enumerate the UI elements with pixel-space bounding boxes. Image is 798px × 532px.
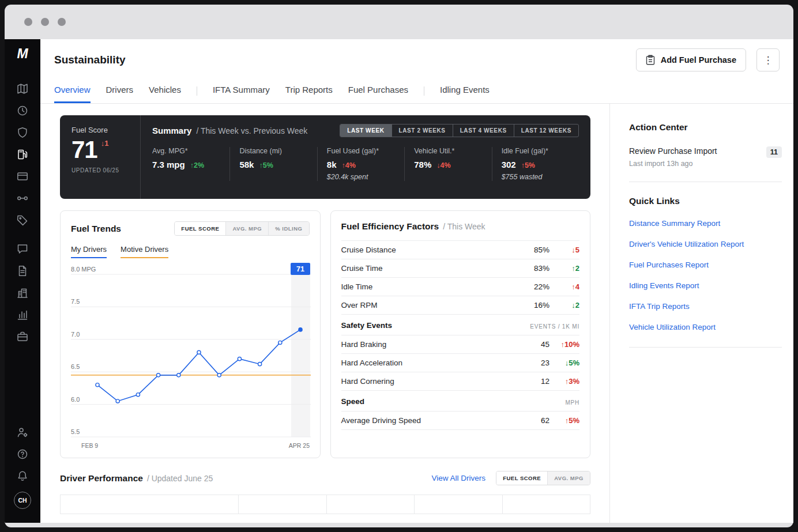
date-range-toggle: LAST WEEK LAST 2 WEEKS LAST 4 WEEKS LAST… (340, 124, 579, 137)
tag-icon[interactable] (12, 209, 33, 231)
table-header-cell (238, 495, 327, 514)
quick-link-distance-summary[interactable]: Distance Summary Report (629, 219, 782, 228)
tab-vehicles[interactable]: Vehicles (149, 78, 181, 103)
safety-unit-label: EVENTS / 1K MI (530, 323, 579, 330)
fuel-icon[interactable] (12, 144, 33, 165)
fuel-score-delta: ↓1 (101, 139, 109, 148)
clock-icon[interactable] (12, 100, 33, 122)
quick-link-ifta-trip-reports[interactable]: IFTA Trip Reports (629, 302, 782, 311)
fuel-score-label: Fuel Score (71, 126, 140, 134)
map-icon[interactable] (12, 78, 33, 100)
driver-performance-table (60, 495, 590, 514)
summary-card: Fuel Score 71 ↓1 UPDATED 06/25 Summary /… (60, 115, 590, 199)
fuel-efficiency-card: Fuel Efficiency Factors / This Week Crui… (330, 210, 591, 458)
table-header-cell (502, 495, 591, 514)
table-header-cell (326, 495, 415, 514)
tab-idling-events[interactable]: Idling Events (440, 78, 490, 103)
efficiency-title: Fuel Efficiency Factors (341, 221, 439, 232)
add-fuel-purchase-button[interactable]: Add Fuel Purchase (636, 48, 746, 71)
sidebar-nav (12, 78, 33, 348)
driver-performance-section: Driver Performance / Updated June 25 Vie… (60, 471, 590, 514)
svg-text:FEB 9: FEB 9 (81, 442, 98, 449)
main-content: Fuel Score 71 ↓1 UPDATED 06/25 Summary /… (40, 104, 609, 523)
quick-link-vehicle-utilization[interactable]: Vehicle Utilization Report (629, 323, 782, 331)
safety-row: Hard Braking 45 ↑10% (341, 335, 580, 354)
page-header: Sustainability Add Fuel Purchase ⋮ (40, 41, 793, 78)
metric-sub: $20.4k spent (327, 173, 404, 181)
tab-fuel-purchases[interactable]: Fuel Purchases (348, 78, 408, 103)
range-last-week[interactable]: LAST WEEK (340, 124, 391, 137)
action-count-badge: 11 (766, 146, 782, 158)
safety-events-header: Safety Events EVENTS / 1K MI (341, 321, 580, 335)
metric-delta: ↑5% (521, 161, 535, 169)
chat-icon[interactable] (12, 238, 33, 260)
metric-delta: ↑5% (259, 161, 273, 169)
apps-icon[interactable] (12, 326, 33, 348)
sidebar: M CH (5, 39, 40, 523)
tab-ifta-summary[interactable]: IFTA Summary (213, 78, 270, 103)
integrations-icon[interactable] (12, 187, 33, 209)
metric-idle-fuel: Idle Fuel (gal)* 302 ↑5% $755 wasted (492, 147, 579, 181)
card-icon[interactable] (12, 165, 33, 187)
more-menu-button[interactable]: ⋮ (756, 48, 780, 71)
action-center-item[interactable]: Review Purchase Import Last import 13h a… (629, 146, 782, 168)
range-last-2-weeks[interactable]: LAST 2 WEEKS (392, 124, 453, 137)
shield-icon[interactable] (12, 122, 33, 144)
chart-legend: My Drivers Motive Drivers (71, 245, 310, 258)
efficiency-row: Cruise Time 83% ↑2 (341, 259, 580, 278)
view-all-drivers-link[interactable]: View All Drivers (432, 474, 486, 482)
tab-overview[interactable]: Overview (54, 78, 91, 103)
driver-performance-subtitle: / Updated June 25 (147, 474, 213, 483)
legend-motive-drivers[interactable]: Motive Drivers (121, 245, 168, 258)
action-item-title: Review Purchase Import (629, 146, 717, 156)
avatar[interactable]: CH (14, 492, 31, 509)
fuel-trends-toggle: FUEL SCORE AVG. MPG % IDLING (174, 221, 309, 236)
toggle-avg-mpg[interactable]: AVG. MPG (225, 222, 268, 235)
safety-row: Hard Acceleration 23 ↓5% (341, 354, 580, 372)
help-icon[interactable] (12, 443, 33, 465)
speed-header: Speed MPH (341, 397, 580, 412)
document-icon[interactable] (12, 260, 33, 282)
admin-icon[interactable] (12, 421, 33, 443)
metric-delta: ↓4% (436, 161, 450, 169)
window-zoom-button[interactable] (58, 18, 66, 26)
sidebar-bottom: CH (12, 421, 33, 509)
summary-subtitle: / This Week vs. Previous Week (196, 126, 307, 135)
clipboard-icon (646, 55, 655, 65)
tab-divider (424, 86, 424, 96)
facility-icon[interactable] (12, 282, 33, 304)
range-last-12-weeks[interactable]: LAST 12 WEEKS (514, 124, 578, 137)
toggle-avg-mpg[interactable]: AVG. MPG (547, 471, 590, 485)
divider (629, 182, 782, 182)
range-last-4-weeks[interactable]: LAST 4 WEEKS (453, 124, 514, 137)
titlebar (5, 5, 793, 39)
summary-title: Summary (152, 126, 191, 135)
quick-link-driver-vehicle-utilization[interactable]: Driver's Vehicle Utilization Report (629, 240, 782, 248)
app-window: M CH Sustainability Add Fuel Purchase ⋮ (5, 5, 793, 527)
tab-trip-reports[interactable]: Trip Reports (285, 78, 333, 103)
divider (629, 347, 782, 348)
quick-link-idling-events[interactable]: Idling Events Report (629, 281, 782, 290)
metric-sub: $755 wasted (502, 173, 579, 181)
toggle-fuel-score[interactable]: FUEL SCORE (175, 222, 225, 235)
tab-drivers[interactable]: Drivers (106, 78, 134, 103)
svg-text:5.5: 5.5 (71, 428, 80, 435)
fuel-score-value: 71 (71, 138, 97, 162)
motive-logo[interactable]: M (17, 47, 28, 61)
metric-avg-mpg: Avg. MPG* 7.3 mpg ↑2% (152, 147, 229, 181)
quick-link-fuel-purchases[interactable]: Fuel Purchases Report (629, 261, 782, 269)
efficiency-subtitle: / This Week (443, 222, 485, 231)
metric-distance: Distance (mi) 58k ↑5% (229, 147, 317, 181)
fuel-trends-chart: 8.0 MPG7.57.06.56.05.571FEB 9APR 25 (71, 263, 311, 451)
action-center-title: Action Center (629, 122, 782, 133)
window-minimize-button[interactable] (41, 18, 49, 26)
toggle-idling[interactable]: % IDLING (268, 222, 308, 235)
speed-row: Average Driving Speed 62 ↑5% (341, 412, 580, 430)
reports-icon[interactable] (12, 304, 33, 326)
window-close-button[interactable] (24, 18, 32, 26)
table-header-cell (414, 495, 503, 514)
tab-divider (197, 86, 197, 96)
toggle-fuel-score[interactable]: FUEL SCORE (496, 471, 547, 485)
notifications-icon[interactable] (12, 465, 33, 487)
legend-my-drivers[interactable]: My Drivers (71, 245, 107, 258)
